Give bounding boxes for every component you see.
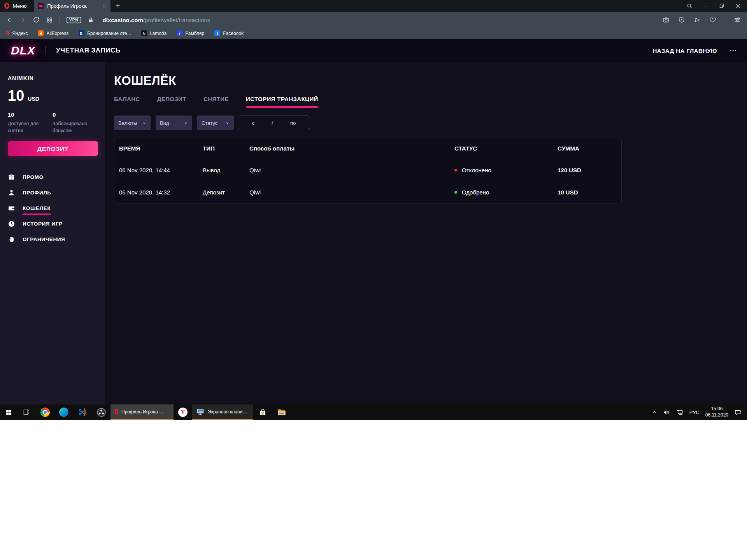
reload-icon[interactable] [33,16,40,23]
date-separator: / [272,120,273,126]
bookmark-facebook[interactable]: f Facebook [214,30,244,36]
snipping-tool-icon[interactable] [73,404,92,420]
cell-time: 06 Nov 2020, 14:32 [119,189,203,196]
chrome-icon[interactable] [36,404,54,420]
cell-type: Депозит [203,189,249,196]
notification-center-icon[interactable] [734,409,742,416]
table-row[interactable]: 06 Nov 2020, 14:32 Депозит Qiwi Одобрено… [114,181,621,203]
tab-balance[interactable]: БАЛАНС [114,96,140,108]
type-filter-label: Вид [160,120,169,126]
taskbar-window-opera[interactable]: Профиль Игрока -... [110,404,174,420]
aliexpress-icon [38,30,44,36]
bookmark-rambler[interactable]: / Рамблер [177,30,204,36]
sidebar-item-wallet[interactable]: КОШЕЛЕК [8,200,97,216]
transaction-filters: Валюты Вид Статус с / по [114,116,747,130]
cell-amount: 10 USD [558,189,621,196]
overflow-menu-icon[interactable] [730,50,736,51]
opera-menu-button[interactable]: Меню [0,0,34,12]
tray-time: 15:06 [705,406,728,412]
deposit-button[interactable]: ДЕПОЗИТ [8,141,98,156]
currency-filter-select[interactable]: Валюты [114,116,151,130]
bookmark-yandex[interactable]: Я Яндекс [5,30,28,37]
volume-icon[interactable] [663,409,670,416]
url-path: /profile/wallet/transactions [143,17,210,23]
sidebar-item-label: ИСТОРИЯ ИГР [23,221,63,227]
language-indicator[interactable]: РУС [689,410,700,415]
page-title: КОШЕЛЁК [114,74,747,88]
clock[interactable]: 15:06 06.11.2020 [705,406,728,418]
tab-transaction-history[interactable]: ИСТОРИЯ ТРАНЗАКЦИЙ [246,96,318,108]
cell-type: Вывод [203,167,249,173]
balance-currency: USD [28,96,39,102]
tray-date: 06.11.2020 [705,412,728,418]
browser-tab-active[interactable]: Профиль Игрока [34,0,110,12]
bookmark-label: Яндекс [12,31,28,36]
taskbar-window-title: Экранная клавиат... [208,409,249,415]
date-to-label[interactable]: по [290,120,296,126]
type-filter-select[interactable]: Вид [156,116,192,130]
sidebar-menu: ПРОМО ПРОФИЛЬ КОШЕЛЕК [8,169,97,247]
rambler-icon: / [177,30,182,36]
microsoft-store-icon[interactable] [253,404,272,420]
tab-deposit[interactable]: ДЕПОЗИТ [157,96,186,108]
toolbar-separator [60,16,60,24]
dlx-logo[interactable]: DLX [11,44,35,57]
task-view-button[interactable] [17,404,36,420]
system-tray: РУС 15:06 06.11.2020 [652,404,747,420]
col-header-time: ВРЕМЯ [119,145,203,152]
file-explorer-icon[interactable] [272,404,291,420]
shield-adblock-icon[interactable] [678,16,685,23]
restore-window-icon[interactable] [719,3,724,9]
chevron-up-icon[interactable] [652,410,657,415]
address-bar[interactable]: dlxcasino.com/profile/wallet/transaction… [103,17,210,23]
obs-icon[interactable] [92,404,110,420]
edge-icon[interactable] [54,404,73,420]
yandex-icon: Я [5,30,9,37]
date-range-input[interactable]: с / по [238,116,310,130]
cell-status: Одобрено [462,189,489,196]
my-flow-send-icon[interactable] [694,16,701,23]
close-window-icon[interactable] [735,3,741,9]
wallet-tabs: БАЛАНС ДЕПОЗИТ СНЯТИЕ ИСТОРИЯ ТРАНЗАКЦИЙ [114,96,747,108]
taskbar-window-keyboard[interactable]: Экранная клавиат... [192,404,253,420]
sidebar-item-game-history[interactable]: ИСТОРИЯ ИГР [8,216,97,231]
start-button[interactable] [0,404,17,420]
snapshot-camera-icon[interactable] [663,16,670,23]
opera-icon [114,409,118,414]
lock-icon[interactable] [88,17,94,23]
bookmark-aliexpress[interactable]: AliExpress [38,30,68,36]
browser-window: Меню Профиль Игрока + [0,0,747,420]
bookmark-lamoda[interactable]: la Lamoda [141,30,167,36]
vpn-badge[interactable]: VPN [67,17,81,23]
sidebar-item-label: ПРОФИЛЬ [23,190,51,196]
back-to-main-link[interactable]: НАЗАД НА ГЛАВНУЮ [653,47,717,54]
tab-withdrawal[interactable]: СНЯТИЕ [203,96,229,108]
hand-icon [8,236,15,243]
site-header: DLX УЧЕТНАЯ ЗАПИСЬ НАЗАД НА ГЛАВНУЮ [0,39,747,62]
wallet-main: КОШЕЛЁК БАЛАНС ДЕПОЗИТ СНЯТИЕ ИСТОРИЯ ТР… [105,62,747,420]
bookmark-label: Рамблер [185,31,204,36]
new-tab-button[interactable]: + [110,0,125,12]
yandex-browser-icon[interactable]: Y [174,404,192,420]
bookmark-booking[interactable]: В. Бронирование оте... [79,30,131,36]
table-header-row: ВРЕМЯ ТИП Способ оплаты СТАТУС СУММА [114,138,621,159]
search-icon[interactable] [687,3,693,9]
sidebar-item-limits[interactable]: ОГРАНИЧЕНИЯ [8,231,97,247]
tab-title: Профиль Игрока [47,3,99,9]
date-from-label[interactable]: с [252,120,255,126]
available-label: Доступно для снятия [8,120,53,134]
tab-close-icon[interactable] [102,4,107,9]
sidebar-item-promo[interactable]: ПРОМО [8,169,97,185]
table-row[interactable]: 06 Nov 2020, 14:44 Вывод Qiwi Отклонено … [114,159,621,181]
chevron-down-icon [225,121,230,125]
blocked-label: Заблокировано бонусом [53,120,97,134]
status-filter-select[interactable]: Статус [197,116,234,130]
easy-setup-sliders-icon[interactable] [734,16,741,23]
network-icon[interactable] [676,409,684,416]
forward-icon[interactable] [19,17,26,23]
sidebar-item-profile[interactable]: ПРОФИЛЬ [8,185,97,200]
speed-dial-icon[interactable] [46,17,53,23]
bookmark-heart-icon[interactable] [709,16,716,23]
back-icon[interactable] [6,17,13,23]
minimize-icon[interactable] [703,3,708,9]
